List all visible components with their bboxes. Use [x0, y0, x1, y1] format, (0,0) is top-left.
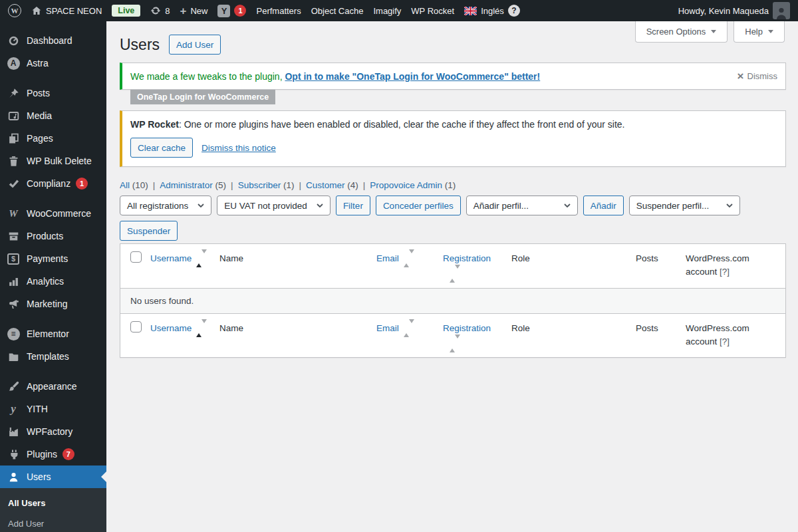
elementor-icon: ≡ — [7, 328, 20, 340]
plug-icon — [7, 449, 20, 460]
megaphone-icon — [7, 299, 20, 310]
live-badge[interactable]: Live — [112, 5, 140, 17]
woocommerce-icon: W — [7, 208, 20, 219]
filter-button[interactable]: Filter — [336, 196, 370, 215]
add-profile-select[interactable]: Añadir perfil... — [466, 196, 578, 215]
sidebar-item-products[interactable]: Products — [0, 225, 106, 247]
sidebar-item-media[interactable]: Media — [0, 104, 106, 127]
help-button[interactable]: Help — [733, 21, 785, 43]
table-footer-row: Username Name Email Registration Role Po… — [120, 313, 785, 358]
sidebar-item-appearance[interactable]: Appearance — [0, 375, 106, 398]
sidebar-item-pages[interactable]: Pages — [0, 127, 106, 150]
sidebar-item-users[interactable]: Users — [0, 466, 106, 488]
submenu-item-all-users[interactable]: All Users — [0, 493, 106, 513]
dismiss-this-notice-link[interactable]: Dismiss this notice — [201, 143, 276, 153]
sort-indicator-icon — [450, 337, 505, 350]
vat-filter-select[interactable]: EU VAT not provided — [217, 196, 331, 215]
close-icon: × — [737, 70, 744, 82]
column-header-registration: Registration — [443, 314, 511, 358]
sidebar-item-label: Payments — [27, 253, 68, 264]
sort-indicator-icon — [196, 322, 207, 335]
sidebar-item-analytics[interactable]: Analytics — [0, 270, 106, 293]
screen-meta-links: Screen Options Help — [635, 21, 785, 43]
add-user-button[interactable]: Add User — [169, 35, 221, 55]
language-label: Inglés — [481, 6, 504, 16]
pushpin-icon — [7, 88, 20, 99]
my-account-link[interactable]: Howdy, Kevin Maqueda — [678, 2, 790, 19]
select-all-checkbox[interactable] — [130, 251, 142, 263]
view-filter-customer: Customer (4) — [306, 180, 370, 190]
view-filter-link[interactable]: Propovoice Admin — [370, 180, 442, 190]
view-filter-link[interactable]: Administrator — [160, 180, 213, 190]
chevron-down-icon — [711, 30, 716, 33]
registrations-filter-select[interactable]: All registrations — [120, 196, 211, 215]
sidebar-item-complianz[interactable]: Complianz1 — [0, 172, 106, 195]
yoast-icon: Y — [217, 5, 230, 17]
sidebar-separator — [0, 315, 106, 323]
help-label: Help — [745, 27, 763, 37]
site-name-link[interactable]: SPACE NEON — [31, 5, 102, 16]
admin-bar-plugin-links: PerfmattersObject CacheImagifyWP Rocket — [256, 6, 454, 16]
home-icon — [31, 5, 42, 16]
sidebar-item-wpfactory[interactable]: WPFactory — [0, 420, 106, 443]
column-header-role: Role — [511, 244, 636, 272]
checkmark-icon — [7, 178, 20, 190]
column-header-email: Email — [376, 244, 443, 273]
add-button[interactable]: Añadir — [583, 196, 624, 215]
language-switcher[interactable]: Inglés ? — [464, 5, 520, 17]
pages-icon — [7, 133, 20, 144]
column-header-username: Username — [150, 244, 219, 273]
view-filter-link[interactable]: All — [120, 180, 130, 190]
sidebar-item-plugins[interactable]: Plugins7 — [0, 443, 106, 466]
onetap-notice: We made a few tweaks to the plugin, Opt … — [120, 63, 786, 90]
yoast-seo-link[interactable]: Y 1 — [217, 5, 246, 17]
brush-icon — [7, 381, 20, 392]
onetap-optin-link[interactable]: Opt in to make "OneTap Login for WooComm… — [285, 71, 540, 82]
view-filter-link[interactable]: Customer — [306, 180, 345, 190]
view-filter-count: (1) — [445, 180, 456, 190]
sidebar-item-payments[interactable]: $Payments — [0, 247, 106, 270]
new-content-link[interactable]: + New — [180, 5, 208, 17]
view-filter-link[interactable]: Subscriber — [238, 180, 281, 190]
sidebar-item-posts[interactable]: Posts — [0, 82, 106, 104]
sidebar-item-label: Posts — [27, 88, 50, 98]
admin-bar-item-imagify[interactable]: Imagify — [373, 6, 401, 16]
sidebar-item-dashboard[interactable]: Dashboard — [0, 29, 106, 52]
analytics-icon — [7, 276, 20, 287]
updates-link[interactable]: 8 — [150, 5, 170, 16]
screen-options-button[interactable]: Screen Options — [635, 21, 728, 43]
sidebar-item-yith[interactable]: yYITH — [0, 398, 106, 420]
admin-bar-item-object-cache[interactable]: Object Cache — [311, 6, 364, 16]
submenu-item-add-user[interactable]: Add User — [0, 513, 106, 532]
sidebar-item-label: Plugins — [27, 449, 57, 460]
sidebar-item-templates[interactable]: Templates — [0, 345, 106, 368]
sidebar-item-marketing[interactable]: Marketing — [0, 293, 106, 315]
wpcom-hint[interactable]: [?] — [720, 267, 730, 277]
screen-options-label: Screen Options — [646, 27, 706, 37]
sidebar-item-elementor[interactable]: ≡Elementor — [0, 323, 106, 345]
clear-cache-button[interactable]: Clear cache — [130, 138, 193, 158]
suspend-profile-select[interactable]: Suspender perfil... — [629, 196, 740, 215]
wp-rocket-notice: WP Rocket: One or more plugins have been… — [120, 110, 786, 167]
grant-profiles-button[interactable]: Conceder perfiles — [376, 196, 461, 215]
chevron-down-icon — [564, 203, 571, 207]
sidebar-item-label: Analytics — [27, 276, 64, 287]
sidebar-item-label: Users — [27, 471, 51, 482]
view-filter-count: (4) — [347, 180, 358, 190]
sidebar-item-astra[interactable]: AAstra — [0, 52, 106, 74]
admin-bar-item-perfmatters[interactable]: Perfmatters — [256, 6, 301, 16]
users-table: Username Name Email Registration Role Po… — [120, 243, 786, 358]
suspend-button[interactable]: Suspender — [120, 221, 178, 241]
column-header-registration: Registration — [443, 244, 511, 288]
wpcom-hint[interactable]: [?] — [720, 336, 730, 346]
plus-icon: + — [180, 5, 187, 17]
wordpress-logo-icon[interactable]: W — [8, 4, 21, 17]
column-header-wpcom: WordPress.com account [?] — [686, 244, 785, 286]
sidebar-item-woocommerce[interactable]: WWooCommerce — [0, 202, 106, 225]
select-all-checkbox[interactable] — [130, 321, 142, 332]
help-question-icon[interactable]: ? — [508, 5, 520, 17]
dismiss-notice-button[interactable]: × Dismiss — [737, 70, 777, 82]
admin-bar-item-wp-rocket[interactable]: WP Rocket — [411, 6, 454, 16]
admin-bar: W SPACE NEON Live 8 + New Y 1 Perfmatter… — [0, 0, 798, 21]
sidebar-item-wp-bulk-delete[interactable]: WP Bulk Delete — [0, 150, 106, 172]
